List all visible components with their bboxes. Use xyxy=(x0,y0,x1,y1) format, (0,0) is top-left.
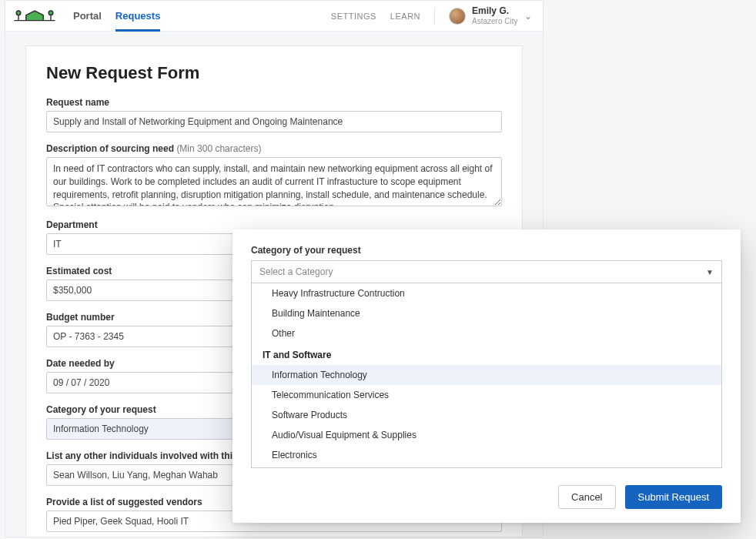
user-info: Emily G. Astazero City xyxy=(472,6,517,25)
submit-request-button[interactable]: Submit Request xyxy=(625,485,723,509)
description-label: Description of sourcing need (Min 300 ch… xyxy=(46,143,502,154)
logo-icon xyxy=(13,8,56,24)
option-other-1[interactable]: Other xyxy=(252,323,721,343)
logo xyxy=(13,8,56,24)
description-hint: (Min 300 characters) xyxy=(176,143,261,154)
option-telecom-services[interactable]: Telecommunication Services xyxy=(252,385,721,405)
category-dropdown-panel: Category of your request Select a Catego… xyxy=(232,229,741,523)
option-group-it-software: IT and Software xyxy=(252,343,721,365)
option-building-maintenance[interactable]: Building Maintenance xyxy=(252,303,721,323)
option-information-technology[interactable]: Information Technology xyxy=(252,365,721,385)
nav-link-settings[interactable]: SETTINGS xyxy=(331,12,376,21)
avatar xyxy=(449,8,466,25)
nav-link-learn[interactable]: LEARN xyxy=(390,12,420,21)
dropdown-placeholder: Select a Category xyxy=(259,266,333,277)
user-menu[interactable]: Emily G. Astazero City ⌄ xyxy=(449,6,532,25)
dropdown-option-list[interactable]: Heavy Infrastructure Contruction Buildin… xyxy=(251,283,722,468)
cancel-button[interactable]: Cancel xyxy=(558,485,615,509)
request-name-label: Request name xyxy=(46,97,502,108)
caret-down-icon: ▼ xyxy=(706,268,714,276)
nav-tabs: Portal Requests xyxy=(73,1,160,31)
page-title: New Request Form xyxy=(46,63,502,83)
tab-requests[interactable]: Requests xyxy=(115,1,161,31)
option-software-products[interactable]: Software Products xyxy=(252,405,721,425)
header-bar: Portal Requests SETTINGS LEARN Emily G. … xyxy=(5,1,543,32)
option-software-design[interactable]: Software Design & Engineering xyxy=(252,465,721,468)
dropdown-select[interactable]: Select a Category ▼ xyxy=(251,260,722,283)
option-av-equipment[interactable]: Audio/Visual Equipment & Supplies xyxy=(252,425,721,445)
department-label: Department xyxy=(46,219,502,230)
svg-point-2 xyxy=(49,11,53,15)
svg-point-0 xyxy=(16,11,21,15)
dropdown-actions: Cancel Submit Request xyxy=(251,485,722,509)
user-name: Emily G. xyxy=(472,6,517,16)
option-electronics[interactable]: Electronics xyxy=(252,445,721,465)
header-divider xyxy=(434,8,435,25)
description-label-text: Description of sourcing need xyxy=(46,143,174,154)
chevron-down-icon: ⌄ xyxy=(524,11,533,22)
dropdown-title: Category of your request xyxy=(251,245,722,256)
description-textarea[interactable] xyxy=(46,157,502,206)
user-org: Astazero City xyxy=(472,17,517,25)
request-name-input[interactable] xyxy=(46,111,502,132)
tab-portal[interactable]: Portal xyxy=(73,1,102,31)
option-heavy-infrastructure[interactable]: Heavy Infrastructure Contruction xyxy=(252,283,721,303)
header-right: SETTINGS LEARN Emily G. Astazero City ⌄ xyxy=(331,6,532,25)
